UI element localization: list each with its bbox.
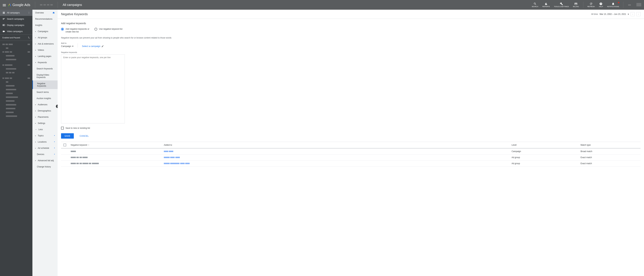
keywords-table: Negative keyword ↑ Added to Level Match … xyxy=(61,142,640,167)
edit-icon[interactable] xyxy=(102,45,104,48)
menu-icon[interactable] xyxy=(3,4,6,6)
home-icon xyxy=(52,12,55,14)
svg-rect-3 xyxy=(3,19,4,20)
sort-up-icon: ↑ xyxy=(88,144,89,146)
sidebar-item-all-campaigns[interactable]: All campaigns ⋮ xyxy=(0,10,32,16)
search-button[interactable]: SEARCH xyxy=(530,1,540,9)
nav-videos[interactable]: Videos xyxy=(32,47,58,53)
th-added-to[interactable]: Added to xyxy=(162,142,510,148)
nav-display-video-keywords[interactable]: Display/Video Keywords xyxy=(32,72,58,80)
sidebar-item-search-campaigns[interactable]: Search campaigns xyxy=(0,16,32,22)
nav-devices[interactable]: Devices xyxy=(32,151,58,157)
radio-use-list[interactable]: Use negative keyword list xyxy=(94,28,122,33)
svg-rect-1 xyxy=(3,18,5,19)
select-all-checkbox[interactable] xyxy=(64,144,66,146)
sidebar-item-video-campaigns[interactable]: Video campaigns xyxy=(0,28,32,35)
save-list-label: Save to new or existing list xyxy=(66,127,90,129)
cancel-button[interactable]: CANCEL xyxy=(76,133,92,139)
select-campaign-link[interactable]: Select a campaign xyxy=(82,45,100,48)
nav-settings[interactable]: Settings xyxy=(32,120,58,126)
nav-insights[interactable]: Insights xyxy=(32,22,58,28)
refresh-icon xyxy=(590,2,592,5)
nav-recommendations[interactable]: Recommendations xyxy=(32,16,58,22)
sidebar-item-display-campaigns[interactable]: Display campaigns xyxy=(0,22,32,28)
brand-logo[interactable]: Google Ads xyxy=(8,3,30,7)
nav-advanced-bid[interactable]: Advanced bid adj. xyxy=(32,157,58,164)
section-title: Add negative keywords xyxy=(61,22,640,25)
radio-icon xyxy=(94,28,97,31)
nav-audiences[interactable]: Audiences xyxy=(32,102,58,108)
description-text: Negative keywords can prevent your ad fr… xyxy=(61,37,640,39)
nav-ad-schedule[interactable]: Ad schedule xyxy=(32,145,58,151)
sidebar-filter[interactable]: Enabled and Paused xyxy=(0,35,32,41)
nav-placements[interactable]: Placements xyxy=(32,114,58,120)
left-sidebar: All campaigns ⋮ Search campaigns Display… xyxy=(0,10,32,276)
table-row[interactable]: Ad group Exact match xyxy=(61,154,640,161)
th-level[interactable]: Level xyxy=(510,142,578,148)
nav-change-history[interactable]: Change history xyxy=(32,164,58,170)
save-button[interactable]: SAVE xyxy=(61,133,74,139)
addto-label: Add to xyxy=(61,42,74,44)
chevron-down-icon: ▾ xyxy=(72,45,74,48)
nav-search-terms[interactable]: Search terms xyxy=(32,89,58,95)
alert-indicator xyxy=(618,2,619,3)
nav-search-keywords[interactable]: Search Keywords xyxy=(32,66,58,72)
nav-ad-groups[interactable]: Ad groups xyxy=(32,35,58,41)
addto-dropdown[interactable]: Campaign ▾ xyxy=(61,45,74,48)
nav-negative-keywords[interactable]: Negative Keywords xyxy=(32,80,58,89)
help-icon xyxy=(599,2,602,5)
reports-icon xyxy=(544,2,548,5)
nav-locations[interactable]: Locations xyxy=(32,139,58,145)
billing-button[interactable]: BILLING xyxy=(571,1,581,9)
page-title: Negative Keywords xyxy=(61,13,88,16)
date-range[interactable]: All time Mar 13, 2002 – Jun 23, 2021 ▾ ‹… xyxy=(591,12,640,16)
scope-title[interactable]: All campaigns xyxy=(60,3,85,7)
display-campaign-icon xyxy=(2,24,5,27)
google-ads-logo-icon xyxy=(8,3,12,7)
date-next-button[interactable]: › xyxy=(636,12,640,16)
radio-icon xyxy=(61,28,64,31)
svg-rect-5 xyxy=(3,25,4,25)
table-row[interactable]: Ad group Exact match xyxy=(61,161,640,167)
video-campaign-icon xyxy=(2,30,5,33)
nav-topics[interactable]: Topics xyxy=(32,133,58,139)
save-list-checkbox[interactable] xyxy=(61,127,64,129)
nav-keywords[interactable]: Keywords xyxy=(32,59,58,66)
campaign-tree xyxy=(0,41,32,120)
table-row[interactable]: Campaign Broad match xyxy=(61,148,640,154)
tools-button[interactable]: TOOLS & SETTINGS xyxy=(552,1,571,9)
chevron-down-icon: ▾ xyxy=(628,13,629,15)
nav-overview[interactable]: Overview xyxy=(32,10,58,16)
search-icon xyxy=(534,2,536,5)
brand-text: Google Ads xyxy=(12,3,30,7)
date-prev-button[interactable]: ‹ xyxy=(630,12,635,16)
th-match-type[interactable]: Match type xyxy=(578,142,640,148)
date-range-value: Mar 13, 2002 – Jun 23, 2021 xyxy=(600,13,626,15)
nav-auction-insights[interactable]: Auction insights xyxy=(32,95,58,102)
keywords-label: Negative keywords xyxy=(61,51,640,53)
billing-icon xyxy=(574,2,578,5)
date-range-label: All time xyxy=(591,13,598,15)
svg-rect-2 xyxy=(3,19,4,19)
secondary-nav: Overview Recommendations Insights Campai… xyxy=(32,10,58,276)
wrench-icon xyxy=(560,2,563,5)
nav-ads-extensions[interactable]: Ads & extensions xyxy=(32,41,58,47)
main-content: Negative Keywords All time Mar 13, 2002 … xyxy=(58,10,644,276)
notifications-button[interactable]: NOTIFICATIONS xyxy=(605,1,621,9)
refresh-button[interactable]: REFRESH xyxy=(586,1,597,9)
grid-icon xyxy=(2,12,5,14)
radio-add-keywords[interactable]: Add negative keywords or create new list xyxy=(61,28,90,33)
help-button[interactable]: HELP xyxy=(597,1,605,9)
nav-less[interactable]: Less xyxy=(32,126,58,133)
nav-campaigns[interactable]: Campaigns xyxy=(32,28,58,35)
svg-point-0 xyxy=(8,5,9,6)
keywords-input[interactable] xyxy=(61,54,125,123)
reports-button[interactable]: REPORTS xyxy=(540,1,552,9)
search-campaign-icon xyxy=(2,18,5,20)
bell-icon xyxy=(612,2,615,5)
sort-icon xyxy=(28,37,30,39)
nav-demographics[interactable]: Demographics xyxy=(32,108,58,114)
nav-landing-pages[interactable]: Landing pages xyxy=(32,53,58,59)
th-keyword[interactable]: Negative keyword ↑ xyxy=(68,142,162,148)
top-header: Google Ads All campaigns SEARCH REPORTS … xyxy=(0,0,644,10)
